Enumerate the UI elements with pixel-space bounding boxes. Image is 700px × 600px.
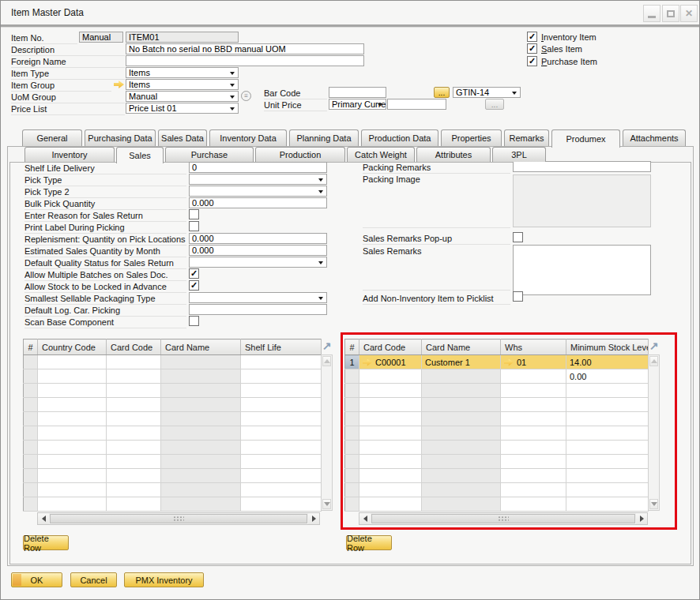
allow-stock-locked-checkbox[interactable] bbox=[189, 280, 199, 291]
min-stock-cell[interactable]: 14.00 bbox=[566, 355, 649, 369]
grid-cell[interactable] bbox=[161, 355, 241, 369]
grid-cell[interactable] bbox=[241, 384, 322, 398]
default-log-car-picking-field[interactable] bbox=[189, 304, 327, 315]
grid-cell[interactable] bbox=[345, 455, 359, 469]
scroll-right-arrow-icon[interactable] bbox=[636, 513, 647, 524]
grid-cell[interactable] bbox=[241, 497, 322, 512]
grid-cell[interactable] bbox=[38, 412, 107, 426]
grid-cell[interactable] bbox=[241, 412, 322, 426]
subtab-sales[interactable]: Sales bbox=[116, 147, 164, 163]
grid-cell[interactable] bbox=[422, 483, 501, 497]
grid-cell[interactable] bbox=[359, 497, 422, 512]
enter-reason-sales-return-checkbox[interactable] bbox=[189, 209, 199, 219]
purchase-item-checkbox[interactable] bbox=[527, 56, 537, 66]
grid-cell[interactable] bbox=[38, 469, 107, 483]
grid-cell[interactable] bbox=[241, 483, 322, 497]
whs-cell[interactable] bbox=[501, 369, 566, 384]
min-stock-cell[interactable]: 0.00 bbox=[566, 369, 649, 384]
scroll-left-arrow-icon[interactable] bbox=[359, 513, 371, 524]
grid-cell[interactable] bbox=[161, 469, 241, 483]
tab-attachments[interactable]: Attachments bbox=[623, 129, 686, 146]
grid-cell[interactable] bbox=[501, 483, 566, 497]
grid-cell[interactable] bbox=[241, 369, 322, 384]
grid-cell[interactable] bbox=[422, 455, 501, 469]
grid-cell[interactable] bbox=[422, 426, 501, 441]
grid-cell[interactable] bbox=[24, 483, 38, 497]
sales-remarks-textarea[interactable] bbox=[513, 245, 651, 295]
grid-cell[interactable] bbox=[566, 497, 649, 512]
allow-multiple-batches-checkbox[interactable] bbox=[189, 268, 199, 279]
sales-remarks-popup-checkbox[interactable] bbox=[513, 232, 523, 242]
close-button[interactable]: ✕ bbox=[680, 5, 698, 22]
grid-cell[interactable] bbox=[359, 483, 422, 497]
customer-table-hscrollbar[interactable] bbox=[359, 512, 648, 525]
grid-cell[interactable] bbox=[161, 455, 241, 469]
grid-cell[interactable] bbox=[38, 355, 107, 369]
grid-cell[interactable] bbox=[24, 455, 38, 469]
grid-cell[interactable] bbox=[161, 412, 241, 426]
grid-cell[interactable] bbox=[501, 398, 566, 412]
bar-code-browse-button[interactable]: ... bbox=[434, 87, 450, 98]
grid-cell[interactable] bbox=[107, 398, 161, 412]
column-header-card-code[interactable]: Card Code bbox=[107, 339, 161, 355]
grid-cell[interactable] bbox=[359, 455, 422, 469]
grid-cell[interactable] bbox=[241, 455, 322, 469]
scroll-down-arrow-icon[interactable] bbox=[322, 499, 331, 509]
grid-cell[interactable] bbox=[345, 441, 359, 455]
country-table-vscrollbar[interactable] bbox=[321, 354, 333, 511]
grid-cell[interactable] bbox=[345, 398, 359, 412]
grid-cell[interactable] bbox=[107, 426, 161, 441]
subtab-catch-weight[interactable]: Catch Weight bbox=[347, 147, 415, 162]
grid-cell[interactable] bbox=[38, 384, 107, 398]
tab-inventory-data[interactable]: Inventory Data bbox=[209, 129, 287, 146]
card-code-cell[interactable]: C00001 bbox=[359, 355, 422, 369]
grid-cell[interactable] bbox=[566, 455, 649, 469]
grid-cell[interactable] bbox=[24, 469, 38, 483]
delete-row-button-right[interactable]: Delete Row bbox=[346, 535, 392, 550]
customer-table-expand-icon[interactable]: ↗ bbox=[648, 339, 660, 354]
grid-cell[interactable] bbox=[38, 369, 107, 384]
unit-price-field[interactable] bbox=[387, 99, 446, 110]
column-header-min-stock-level[interactable]: Minimum Stock Level bbox=[566, 339, 649, 355]
tab-produmex[interactable]: Produmex bbox=[551, 129, 620, 148]
grid-cell[interactable] bbox=[161, 441, 241, 455]
grid-cell[interactable] bbox=[566, 426, 649, 441]
description-field[interactable] bbox=[126, 43, 364, 54]
grid-cell[interactable] bbox=[24, 384, 38, 398]
grid-cell[interactable] bbox=[566, 469, 649, 483]
uom-group-detail-icon[interactable]: ≡ bbox=[241, 91, 251, 101]
grid-cell[interactable] bbox=[422, 384, 501, 398]
scroll-up-arrow-icon[interactable] bbox=[322, 356, 331, 366]
grid-cell[interactable] bbox=[359, 384, 422, 398]
default-quality-status-dropdown[interactable] bbox=[189, 257, 327, 268]
item-type-dropdown[interactable]: Items bbox=[126, 67, 239, 78]
grid-cell[interactable] bbox=[241, 469, 322, 483]
tab-purchasing-data[interactable]: Purchasing Data bbox=[85, 129, 156, 146]
column-header-card-code[interactable]: Card Code bbox=[359, 339, 422, 355]
grid-cell[interactable] bbox=[38, 497, 107, 512]
grid-cell[interactable] bbox=[359, 412, 422, 426]
grid-cell[interactable] bbox=[359, 441, 422, 455]
row-number-cell[interactable] bbox=[345, 369, 359, 384]
customer-table-vscrollbar[interactable] bbox=[648, 354, 660, 511]
item-no-uom-type-box[interactable]: Manual bbox=[79, 32, 123, 43]
grid-cell[interactable] bbox=[501, 384, 566, 398]
hscroll-thumb[interactable] bbox=[50, 514, 307, 523]
whs-cell[interactable]: 01 bbox=[501, 355, 566, 369]
item-group-link-arrow-icon[interactable] bbox=[114, 81, 124, 88]
grid-cell[interactable] bbox=[161, 398, 241, 412]
grid-cell[interactable] bbox=[24, 398, 38, 412]
grid-cell[interactable] bbox=[161, 483, 241, 497]
grid-cell[interactable] bbox=[566, 441, 649, 455]
estimated-sales-qty-field[interactable] bbox=[189, 245, 327, 256]
grid-cell[interactable] bbox=[38, 398, 107, 412]
grid-cell[interactable] bbox=[345, 384, 359, 398]
grid-cell[interactable] bbox=[24, 441, 38, 455]
grid-cell[interactable] bbox=[566, 412, 649, 426]
minimize-button[interactable] bbox=[643, 5, 660, 22]
grid-cell[interactable] bbox=[345, 483, 359, 497]
grid-cell[interactable] bbox=[566, 483, 649, 497]
grid-cell[interactable] bbox=[345, 426, 359, 441]
bulk-pick-quantity-field[interactable] bbox=[189, 197, 327, 208]
column-header-card-name[interactable]: Card Name bbox=[161, 339, 241, 355]
